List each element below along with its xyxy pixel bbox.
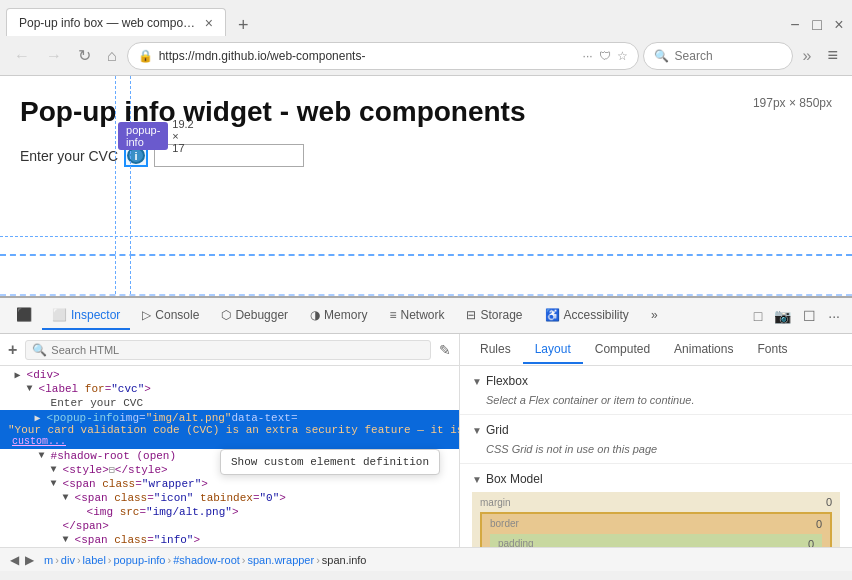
search-box[interactable]: 🔍 [643,42,793,70]
margin-label: margin [480,497,511,508]
tree-line[interactable]: Enter your CVC [0,396,459,410]
breadcrumb-item-shadow-root[interactable]: #shadow-root [173,554,240,566]
edit-node-button[interactable]: ✎ [439,342,451,358]
devtools-tab-accessibility[interactable]: ♿ Accessibility [535,302,639,330]
animations-subtab[interactable]: Animations [662,336,745,364]
breadcrumb-item-current[interactable]: span.info [322,554,367,566]
browser-chrome: Pop-up info box — web componen × + − □ ×… [0,0,852,76]
more-tabs-icon: » [651,308,658,322]
debugger-tab-icon: ⬡ [221,308,231,322]
grid-section: ▼ Grid CSS Grid is not in use on this pa… [460,415,852,464]
tree-line[interactable]: </span> [0,519,459,533]
padding-label: padding [498,538,534,547]
tree-arrow: ▼ [63,534,75,545]
tree-line-selected[interactable]: ▶ <popup-info img="img/alt.png" data-tex… [0,410,459,449]
tree-line[interactable]: ▼ <span class="wrapper"> [0,477,459,491]
tree-line[interactable]: ▶ <div> [0,368,459,382]
breadcrumb-arrows: ◀ ▶ [8,553,36,567]
computed-subtab[interactable]: Computed [583,336,662,364]
minimize-button[interactable]: − [788,18,802,32]
attr-img: img= [119,412,145,424]
browser-tab[interactable]: Pop-up info box — web componen × [6,8,226,36]
breadcrumb-item-popup-info[interactable]: popup-info [114,554,166,566]
selected-tag: <popup-info [47,412,120,424]
breadcrumb-bar: ◀ ▶ m › div › label › popup-info › #shad… [0,547,852,571]
search-input[interactable] [675,49,782,63]
debugger-tab-label: Debugger [235,308,288,322]
html-search-icon: 🔍 [32,343,47,357]
devtools-tab-inspector[interactable]: ⬜ Inspector [42,302,130,330]
padding-val: 0 [808,538,814,547]
tree-arrow: ▼ [63,492,75,503]
popup-size-label: 19.2 × 17 [172,118,193,154]
html-search-input[interactable] [51,344,424,356]
devtools-tab-memory[interactable]: ◑ Memory [300,302,377,330]
devtools-tab-network[interactable]: ≡ Network [379,302,454,330]
star-icon[interactable]: ☆ [617,49,628,63]
guide-line-h2 [0,254,852,256]
reload-button[interactable]: ↻ [72,42,97,69]
extensions-button[interactable]: » [797,43,818,69]
tag-name: <div> [27,369,60,381]
tag-name: </span> [63,520,109,532]
box-model-header[interactable]: ▼ Box Model [472,472,840,486]
rules-subtab[interactable]: Rules [468,336,523,364]
tree-line[interactable]: ▼ <label for="cvc"> [0,382,459,396]
close-button[interactable]: × [832,18,846,32]
console-tab-icon: ▷ [142,308,151,322]
inspector-tab-icon: ⬜ [52,308,67,322]
add-node-button[interactable]: + [8,341,17,359]
grid-label: Grid [486,423,509,437]
breadcrumb-item-span-wrapper[interactable]: span.wrapper [248,554,315,566]
devtools-more-btn[interactable]: ··· [824,304,844,328]
devtools-tab-storage[interactable]: ⊟ Storage [456,302,532,330]
forward-button[interactable]: → [40,43,68,69]
tag-name: <span class="icon" tabindex="0"> [75,492,286,504]
accessibility-tab-icon: ♿ [545,308,560,322]
tree-arrow: ▼ [39,450,51,461]
tree-line[interactable]: ▶ <img src="img/alt.png"> [0,505,459,519]
breadcrumb-forward-button[interactable]: ▶ [23,553,36,567]
maximize-button[interactable]: □ [810,18,824,32]
layout-subtabs: Rules Layout Computed Animations Fonts [460,334,852,366]
layout-subtab[interactable]: Layout [523,336,583,364]
breadcrumb-item-label[interactable]: label [83,554,106,566]
screenshot-btn[interactable]: 📷 [770,304,795,328]
tab-close-button[interactable]: × [205,15,213,31]
tree-line[interactable]: ▼ <span class="info"> [0,533,459,547]
devtools-tab-debugger[interactable]: ⬡ Debugger [211,302,298,330]
fonts-subtab[interactable]: Fonts [745,336,799,364]
menu-button[interactable]: ≡ [821,41,844,70]
devtools-tab-more[interactable]: » [641,302,668,330]
tag-name: <label for="cvc"> [39,383,151,395]
tag-name: <span class="info"> [75,534,200,546]
border-label: border [490,518,519,530]
cvc-row: Enter your CVC popup-info 19.2 × 17 i [20,144,832,167]
bookmark-icon[interactable]: ··· [583,49,593,63]
new-tab-button[interactable]: + [230,15,257,36]
back-button[interactable]: ← [8,43,36,69]
dimension-badge: 197px × 850px [753,96,832,110]
html-search-box[interactable]: 🔍 [25,340,431,360]
breadcrumb-item-div[interactable]: div [61,554,75,566]
devtools-tab-pick[interactable]: ⬛ [8,301,40,330]
attr-img-val: "img/alt.png" [146,412,232,424]
devtools-tab-console[interactable]: ▷ Console [132,302,209,330]
responsive-btn[interactable]: ☐ [799,304,820,328]
shield-icon[interactable]: 🛡 [599,49,611,63]
new-window-btn[interactable]: □ [750,304,766,328]
tree-arrow: ▼ [27,383,39,394]
breadcrumb-back-button[interactable]: ◀ [8,553,21,567]
address-text: https://mdn.github.io/web-components- [159,49,577,63]
search-icon: 🔍 [654,49,669,63]
address-bar[interactable]: 🔒 https://mdn.github.io/web-components- … [127,42,639,70]
devtools-panel: ⬛ ⬜ Inspector ▷ Console ⬡ Debugger ◑ Mem… [0,296,852,571]
tree-arrow: ▼ [51,464,63,475]
custom-link[interactable]: custom... [12,436,66,447]
grid-header[interactable]: ▼ Grid [472,423,840,437]
home-button[interactable]: ⌂ [101,43,123,69]
breadcrumb-item-m[interactable]: m [44,554,53,566]
tree-line[interactable]: ▼ <span class="icon" tabindex="0"> [0,491,459,505]
text-node: Enter your CVC [51,397,143,409]
flexbox-header[interactable]: ▼ Flexbox [472,374,840,388]
